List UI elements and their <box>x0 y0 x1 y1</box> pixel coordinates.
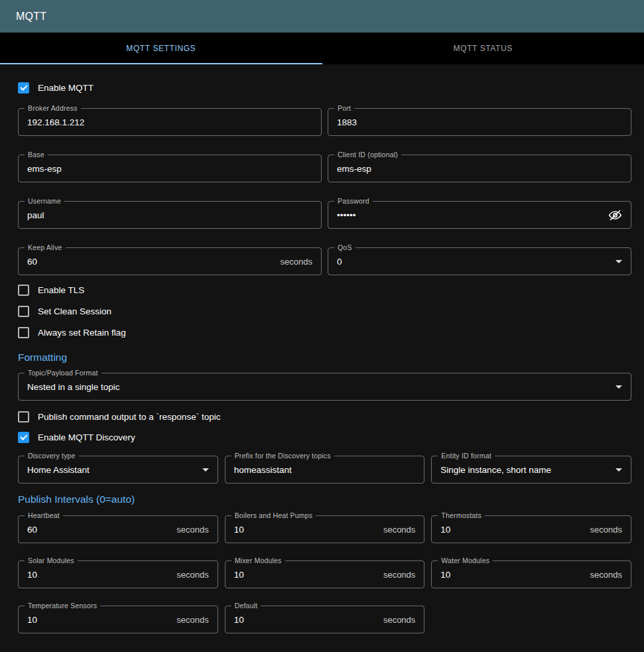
formatting-section-heading: Formatting <box>18 352 631 363</box>
checkbox-checked-icon <box>18 432 29 443</box>
selected-value: Nested in a single topic <box>27 382 610 392</box>
chevron-down-icon <box>202 468 209 472</box>
checkbox-unchecked-icon <box>18 327 29 338</box>
set-clean-session-checkbox[interactable]: Set Clean Session <box>18 305 631 317</box>
unit-suffix: seconds <box>176 570 208 580</box>
field-label: Water Modules <box>438 556 493 564</box>
unit-suffix: seconds <box>383 615 415 625</box>
field-label: Keep Alive <box>25 243 66 251</box>
checkbox-checked-icon <box>18 82 29 94</box>
field-label: Prefix for the Discovery topics <box>231 452 334 460</box>
checkbox-label: Publish command output to a `response` t… <box>38 412 220 422</box>
field-label: Entity ID format <box>438 452 495 460</box>
field-label: Broker Address <box>25 104 81 112</box>
checkbox-label: Enable TLS <box>38 285 84 295</box>
retain-flag-checkbox[interactable]: Always set Retain flag <box>18 326 631 338</box>
field-label: Base <box>25 151 48 159</box>
boilers-interval-field[interactable]: Boilers and Heat Pumps seconds <box>225 515 425 543</box>
mixer-interval-input[interactable] <box>234 570 378 580</box>
temperature-sensors-interval-input[interactable] <box>27 615 171 625</box>
heartbeat-interval-input[interactable] <box>27 525 171 535</box>
checkbox-label: Always set Retain flag <box>38 328 126 338</box>
checkbox-label: Enable MQTT Discovery <box>38 432 135 442</box>
empty-grid-cell <box>431 606 631 633</box>
unit-suffix: seconds <box>281 257 312 267</box>
field-label: Temperature Sensors <box>25 602 100 610</box>
solar-interval-field[interactable]: Solar Modules seconds <box>18 560 218 588</box>
water-interval-input[interactable] <box>440 570 584 580</box>
discovery-type-select[interactable]: Discovery type Home Assistant <box>18 456 218 484</box>
unit-suffix: seconds <box>590 570 622 580</box>
enable-tls-checkbox[interactable]: Enable TLS <box>18 284 631 296</box>
page-title: MQTT <box>16 11 46 23</box>
qos-select[interactable]: QoS 0 <box>328 247 631 275</box>
entity-id-format-select[interactable]: Entity ID format Single instance, short … <box>431 456 631 484</box>
thermostats-interval-field[interactable]: Thermostats seconds <box>431 515 631 543</box>
chevron-down-icon <box>615 468 622 472</box>
discovery-prefix-input[interactable] <box>234 465 416 475</box>
checkbox-label: Enable MQTT <box>38 83 94 93</box>
chevron-down-icon <box>615 385 622 389</box>
unit-suffix: seconds <box>383 570 415 580</box>
publish-response-topic-checkbox[interactable]: Publish command output to a `response` t… <box>18 411 631 423</box>
field-label: Boilers and Heat Pumps <box>231 511 316 519</box>
keep-alive-input[interactable] <box>27 257 275 267</box>
unit-suffix: seconds <box>176 525 208 535</box>
field-label: Default <box>231 602 261 610</box>
password-field[interactable]: Password <box>328 201 631 229</box>
app-bar: MQTT <box>0 0 644 33</box>
selected-value: 0 <box>337 257 610 267</box>
default-interval-input[interactable] <box>234 615 378 625</box>
field-label: Heartbeat <box>25 511 63 519</box>
mixer-interval-field[interactable]: Mixer Modules seconds <box>225 560 425 588</box>
unit-suffix: seconds <box>176 615 208 625</box>
username-input[interactable] <box>27 210 312 220</box>
temperature-sensors-interval-field[interactable]: Temperature Sensors seconds <box>18 606 218 633</box>
field-label: Mixer Modules <box>231 556 285 564</box>
field-label: Password <box>334 197 373 205</box>
toggle-password-visibility-button[interactable] <box>608 208 622 222</box>
boilers-interval-input[interactable] <box>234 525 378 535</box>
client-id-input[interactable] <box>337 164 622 174</box>
broker-address-field[interactable]: Broker Address <box>18 108 322 136</box>
field-label: QoS <box>334 243 355 251</box>
port-field[interactable]: Port <box>328 108 631 136</box>
discovery-prefix-field[interactable]: Prefix for the Discovery topics <box>225 456 425 484</box>
enable-mqtt-checkbox[interactable]: Enable MQTT <box>18 82 631 94</box>
checkbox-unchecked-icon <box>18 411 29 423</box>
thermostats-interval-input[interactable] <box>440 525 584 535</box>
password-input[interactable] <box>337 210 603 220</box>
visibility-off-icon <box>608 208 622 222</box>
field-label: Username <box>25 197 64 205</box>
enable-mqtt-discovery-checkbox[interactable]: Enable MQTT Discovery <box>18 431 631 443</box>
field-label: Discovery type <box>25 452 79 460</box>
chevron-down-icon <box>615 260 622 263</box>
broker-address-input[interactable] <box>27 117 312 127</box>
topic-payload-format-select[interactable]: Topic/Payload Format Nested in a single … <box>18 373 631 401</box>
client-id-field[interactable]: Client ID (optional) <box>328 155 631 182</box>
tab-mqtt-status[interactable]: MQTT STATUS <box>322 33 644 64</box>
unit-suffix: seconds <box>383 525 415 535</box>
base-field[interactable]: Base <box>18 155 322 182</box>
publish-intervals-section-heading: Publish Intervals (0=auto) <box>18 493 631 505</box>
heartbeat-interval-field[interactable]: Heartbeat seconds <box>18 515 218 543</box>
field-label: Solar Modules <box>25 556 78 564</box>
username-field[interactable]: Username <box>18 201 322 229</box>
solar-interval-input[interactable] <box>27 570 171 580</box>
keep-alive-field[interactable]: Keep Alive seconds <box>18 247 322 275</box>
checkbox-unchecked-icon <box>18 285 29 296</box>
field-label: Port <box>334 104 354 112</box>
field-label: Thermostats <box>438 511 485 519</box>
tab-bar: MQTT SETTINGS MQTT STATUS <box>0 33 644 64</box>
unit-suffix: seconds <box>590 525 622 535</box>
selected-value: Home Assistant <box>27 465 197 475</box>
selected-value: Single instance, short name <box>440 465 610 475</box>
port-input[interactable] <box>337 117 622 127</box>
checkbox-label: Set Clean Session <box>38 306 111 316</box>
tab-mqtt-settings[interactable]: MQTT SETTINGS <box>0 33 322 64</box>
default-interval-field[interactable]: Default seconds <box>225 606 425 633</box>
base-input[interactable] <box>27 164 312 174</box>
field-label: Topic/Payload Format <box>25 369 101 377</box>
field-label: Client ID (optional) <box>334 151 401 159</box>
water-interval-field[interactable]: Water Modules seconds <box>431 560 631 588</box>
